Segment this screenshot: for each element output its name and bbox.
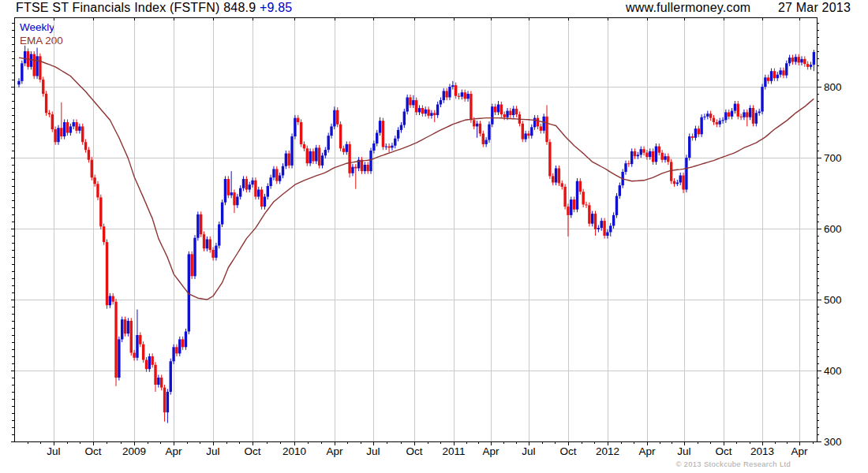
svg-text:400: 400: [824, 365, 842, 377]
svg-text:Apr: Apr: [165, 445, 182, 457]
svg-text:Apr: Apr: [791, 445, 808, 457]
svg-text:Jul: Jul: [206, 445, 219, 457]
svg-text:300: 300: [824, 436, 842, 448]
ema-line: [19, 58, 814, 300]
svg-text:2010: 2010: [282, 445, 306, 457]
svg-text:Oct: Oct: [406, 445, 422, 457]
svg-text:Jul: Jul: [522, 445, 535, 457]
svg-text:Oct: Oct: [559, 445, 576, 457]
svg-text:800: 800: [824, 81, 842, 93]
svg-text:2012: 2012: [596, 445, 619, 457]
x-axis-labels: JulOct2009AprJulOct2010AprJulOct2011AprJ…: [47, 445, 808, 457]
svg-text:2013: 2013: [750, 445, 774, 457]
svg-text:Jul: Jul: [47, 445, 60, 457]
svg-text:Jul: Jul: [677, 445, 690, 457]
svg-text:500: 500: [824, 294, 842, 306]
svg-text:Oct: Oct: [244, 445, 260, 457]
svg-text:Oct: Oct: [84, 445, 101, 457]
svg-text:700: 700: [824, 152, 842, 164]
candlestick-series[interactable]: [17, 46, 815, 423]
svg-text:600: 600: [824, 223, 842, 235]
svg-text:2011: 2011: [442, 445, 465, 457]
y-axis-labels: 300400500600700800: [824, 81, 842, 448]
axis-ticks: [11, 18, 821, 446]
gridlines: [14, 18, 817, 442]
svg-text:Oct: Oct: [715, 445, 731, 457]
plot-border: [15, 18, 817, 442]
svg-text:Apr: Apr: [638, 445, 656, 457]
svg-text:Jul: Jul: [366, 445, 380, 457]
svg-text:Apr: Apr: [482, 445, 499, 457]
svg-text:Apr: Apr: [326, 445, 343, 457]
svg-text:2009: 2009: [122, 445, 146, 457]
price-chart[interactable]: 300400500600700800JulOct2009AprJulOct201…: [0, 0, 868, 473]
